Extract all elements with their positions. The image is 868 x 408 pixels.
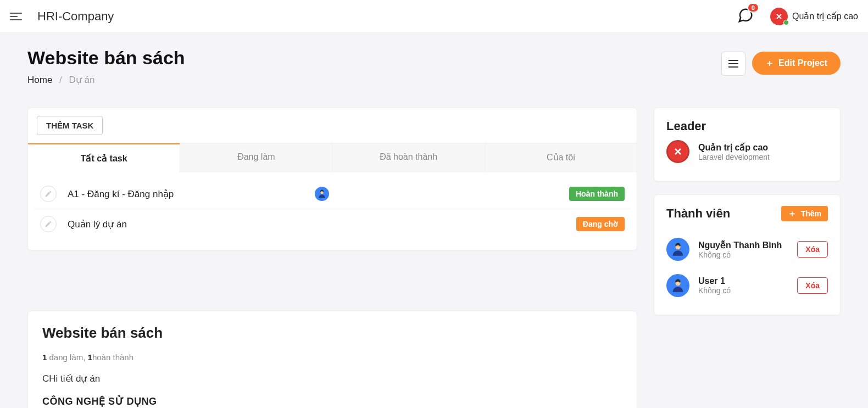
leader-row: Quản trị cấp cao Laravel development — [666, 133, 828, 170]
status-badge: Hoàn thành — [569, 187, 625, 201]
edit-task-icon[interactable] — [40, 186, 57, 202]
user-role-label[interactable]: Quản trị cấp cao — [792, 11, 858, 21]
plus-icon: ＋ — [765, 59, 774, 68]
page-header: Website bán sách Home / Dự án ＋ Edit Pro… — [27, 47, 841, 86]
member-sub: Không có — [698, 286, 788, 295]
user-avatar[interactable] — [770, 8, 788, 25]
members-card: Thành viên ＋ Thêm Nguyễn Thanh BìnhKhông… — [654, 194, 841, 315]
assignee-avatar-icon[interactable] — [315, 187, 329, 201]
member-row: Nguyễn Thanh BìnhKhông cóXóa — [666, 231, 828, 267]
chat-badge: 0 — [747, 3, 759, 13]
detail-stats: 1 đang làm, 1hoàn thành — [42, 353, 622, 362]
task-tabs: Tất cả taskĐang làmĐã hoàn thànhCủa tôi — [28, 143, 637, 172]
delete-member-button[interactable]: Xóa — [797, 241, 828, 258]
doing-label: đang làm — [49, 353, 84, 362]
breadcrumb-home[interactable]: Home — [27, 75, 52, 85]
add-task-button[interactable]: THÊM TASK — [37, 116, 103, 135]
edit-task-icon[interactable] — [40, 216, 57, 232]
hamburger-secondary-icon[interactable] — [721, 52, 745, 76]
svg-point-2 — [321, 191, 324, 194]
tab-2[interactable]: Đã hoàn thành — [333, 143, 485, 172]
tab-0[interactable]: Tất cả task — [28, 143, 180, 172]
x-circle-icon — [666, 140, 689, 163]
task-title[interactable]: A1 - Đăng kí - Đăng nhập — [68, 188, 309, 200]
leader-sub: Laravel development — [698, 153, 828, 161]
topbar: HRI-Company 0 Quản trị cấp cao — [0, 0, 868, 33]
add-member-button[interactable]: ＋ Thêm — [781, 206, 828, 221]
member-avatar-icon — [666, 238, 689, 261]
task-title[interactable]: Quản lý dự án — [68, 219, 309, 230]
edit-project-label: Edit Project — [778, 58, 827, 68]
task-list: A1 - Đăng kí - Đăng nhậpHoàn thànhQuản l… — [28, 172, 637, 250]
stats-sep: , — [83, 353, 87, 362]
chat-icon[interactable]: 0 — [737, 7, 754, 26]
hamburger-menu-icon[interactable] — [10, 13, 24, 20]
member-list: Nguyễn Thanh BìnhKhông cóXóaUser 1Không … — [666, 231, 828, 304]
breadcrumb: Home / Dự án — [27, 74, 185, 86]
status-badge: Đang chờ — [576, 217, 625, 231]
member-row: User 1Không cóXóa — [666, 267, 828, 304]
done-label: hoàn thành — [92, 353, 133, 362]
edit-project-button[interactable]: ＋ Edit Project — [752, 52, 841, 75]
leader-card: Leader Quản trị cấp cao Laravel developm… — [654, 108, 841, 181]
done-count: 1 — [88, 353, 92, 362]
tasks-card: THÊM TASK Tất cả taskĐang làmĐã hoàn thà… — [27, 108, 637, 250]
members-heading: Thành viên — [666, 206, 730, 221]
member-name: User 1 — [698, 276, 788, 286]
leader-heading: Leader — [666, 119, 828, 133]
svg-point-8 — [676, 282, 680, 286]
detail-text: CHi tiết dự án — [42, 373, 622, 384]
task-row: Quản lý dự ánĐang chờ — [35, 209, 630, 239]
svg-point-5 — [676, 245, 680, 249]
member-sub: Không có — [698, 250, 788, 259]
breadcrumb-separator: / — [59, 75, 62, 85]
detail-title: Website bán sách — [42, 325, 622, 342]
leader-name: Quản trị cấp cao — [698, 142, 828, 153]
task-row: A1 - Đăng kí - Đăng nhậpHoàn thành — [35, 179, 630, 209]
member-name: Nguyễn Thanh Bình — [698, 240, 788, 250]
breadcrumb-current: Dự án — [69, 75, 95, 85]
plus-icon: ＋ — [788, 209, 797, 218]
brand-title[interactable]: HRI-Company — [37, 9, 114, 24]
tab-1[interactable]: Đang làm — [180, 143, 332, 172]
page-title: Website bán sách — [27, 47, 185, 69]
delete-member-button[interactable]: Xóa — [797, 277, 828, 294]
add-member-label: Thêm — [801, 209, 821, 218]
doing-count: 1 — [42, 353, 47, 362]
detail-tech-heading: CÔNG NGHỆ SỬ DỤNG — [42, 395, 622, 407]
project-detail-card: Website bán sách 1 đang làm, 1hoàn thành… — [27, 311, 637, 408]
member-avatar-icon — [666, 274, 689, 297]
tab-3[interactable]: Của tôi — [485, 143, 637, 172]
